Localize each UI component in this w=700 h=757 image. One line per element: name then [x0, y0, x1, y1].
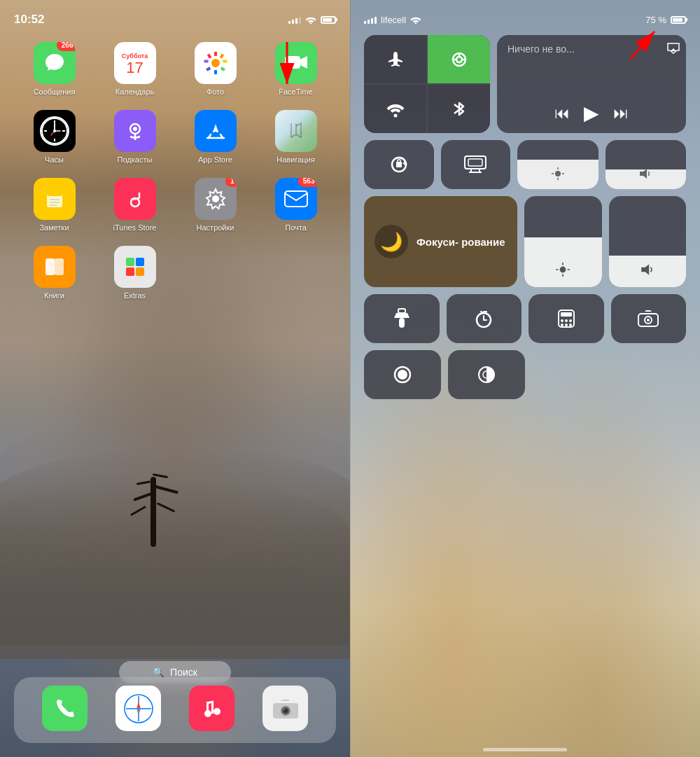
- dock: [14, 677, 336, 743]
- signal-icon-right: [364, 15, 377, 24]
- signal-bar-4: [299, 17, 301, 24]
- settings-icon-svg: [204, 187, 227, 211]
- screen-mirror-icon: [464, 155, 486, 174]
- app-maps[interactable]: Навигация: [268, 110, 324, 164]
- maps-icon: [275, 110, 317, 152]
- app-books[interactable]: Книги: [27, 246, 83, 300]
- battery-icon: [321, 16, 336, 24]
- home-indicator-right: [483, 748, 567, 751]
- svg-point-66: [456, 57, 462, 62]
- app-clock[interactable]: Часы: [27, 110, 83, 164]
- cc-screen-record[interactable]: [364, 350, 441, 399]
- status-icons: [288, 15, 336, 24]
- cc-brightness-slider[interactable]: [517, 140, 598, 189]
- notes-icon-svg: [43, 187, 66, 211]
- svg-point-37: [212, 195, 219, 202]
- app-settings[interactable]: 1 Настройки: [188, 178, 244, 232]
- red-arrow-down: [273, 39, 301, 97]
- cc-bluetooth[interactable]: [428, 85, 490, 133]
- signal-bar-2: [292, 20, 294, 24]
- svg-rect-42: [126, 258, 134, 266]
- svg-point-103: [561, 319, 564, 322]
- app-itunes[interactable]: iTunes Store: [107, 178, 163, 232]
- camera-cc-icon: [638, 310, 659, 328]
- extras-icon: [114, 246, 156, 288]
- cc-wifi[interactable]: [364, 85, 426, 133]
- cc-cellular-data[interactable]: [428, 35, 490, 83]
- airplay-icon: [666, 41, 680, 55]
- phone-icon-svg: [53, 697, 77, 721]
- app-messages[interactable]: 266 Сообщения: [27, 42, 83, 96]
- cc-row-2: [364, 140, 686, 189]
- app-row-4: Книги Extras: [14, 246, 336, 300]
- cc-screen-mirror[interactable]: [441, 140, 511, 189]
- itunes-icon-svg: [123, 187, 147, 211]
- calendar-date: 17: [126, 60, 143, 76]
- volume-icon: [638, 167, 652, 183]
- cc-flashlight[interactable]: [364, 294, 440, 343]
- carrier-label: lifecell: [381, 15, 406, 25]
- svg-line-64: [630, 32, 654, 60]
- cc-volume-slider[interactable]: [606, 140, 687, 189]
- dock-camera[interactable]: [258, 686, 314, 735]
- svg-marker-13: [300, 56, 307, 69]
- dock-safari[interactable]: [111, 686, 167, 735]
- svg-point-111: [647, 319, 650, 321]
- app-row-2: Часы Подкасты: [14, 110, 336, 164]
- safari-icon-svg: [123, 693, 154, 724]
- cc-next-btn[interactable]: ⏭: [613, 104, 629, 123]
- cc-calculator[interactable]: [528, 294, 604, 343]
- svg-point-104: [565, 319, 568, 322]
- dock-music[interactable]: [184, 686, 240, 735]
- app-calendar[interactable]: Суббота 17 Календарь: [107, 42, 163, 96]
- phone-icon: [42, 686, 88, 731]
- svg-rect-75: [398, 160, 400, 163]
- app-mail[interactable]: 563 Почта: [268, 178, 324, 232]
- settings-label: Настройки: [197, 223, 234, 232]
- settings-badge: 1: [225, 178, 237, 187]
- cc-volume-tall[interactable]: [609, 196, 687, 287]
- svg-point-106: [561, 324, 564, 326]
- app-extras[interactable]: Extras: [107, 246, 163, 300]
- dock-phone[interactable]: [37, 686, 93, 735]
- camera-icon-svg: [272, 698, 299, 719]
- app-row-3: Заметки iTunes Store 1: [14, 178, 336, 232]
- cc-rotation-lock[interactable]: [364, 140, 434, 189]
- bluetooth-icon: [451, 99, 468, 119]
- airplane-icon: [386, 50, 405, 69]
- app-notes[interactable]: Заметки: [27, 178, 83, 232]
- svg-marker-73: [402, 161, 406, 166]
- app-podcasts[interactable]: Подкасты: [107, 110, 163, 164]
- cc-airplay-btn[interactable]: [666, 41, 680, 57]
- wifi-icon-right: [410, 15, 421, 24]
- cc-camera-btn[interactable]: [611, 294, 687, 343]
- app-appstore[interactable]: App Store: [188, 110, 244, 164]
- books-icon: [34, 246, 76, 288]
- svg-point-62: [415, 22, 417, 24]
- cc-timer[interactable]: [447, 294, 522, 343]
- search-label: Поиск: [170, 667, 197, 678]
- svg-marker-86: [640, 169, 647, 179]
- clock-face: [40, 116, 69, 146]
- svg-line-7: [220, 68, 224, 70]
- wifi-cc-icon: [386, 101, 405, 118]
- svg-point-81: [555, 171, 561, 176]
- cc-airplane-mode[interactable]: [364, 35, 426, 83]
- mail-label: Почта: [285, 223, 307, 232]
- focus-icon-wrapper: 🌙: [374, 225, 408, 258]
- maps-label: Навигация: [276, 155, 314, 164]
- photos-icon-svg: [202, 49, 230, 77]
- signal-bar-r1: [364, 21, 366, 24]
- cc-prev-btn[interactable]: ⏮: [554, 104, 570, 123]
- svg-rect-45: [136, 268, 144, 276]
- status-bar-left: 10:52: [0, 0, 350, 31]
- cc-play-btn[interactable]: ▶: [584, 102, 599, 125]
- maps-icon-svg: [284, 119, 308, 143]
- right-phone-screen: lifecell 75 %: [350, 0, 700, 757]
- photos-icon: [195, 42, 237, 84]
- cc-brightness-tall[interactable]: [524, 196, 602, 287]
- cc-focus-mode[interactable]: 🌙 Фокуси- рование: [364, 196, 517, 287]
- app-photos[interactable]: Фото: [188, 42, 244, 96]
- svg-rect-43: [136, 258, 144, 266]
- cc-invert-colors[interactable]: [448, 350, 525, 399]
